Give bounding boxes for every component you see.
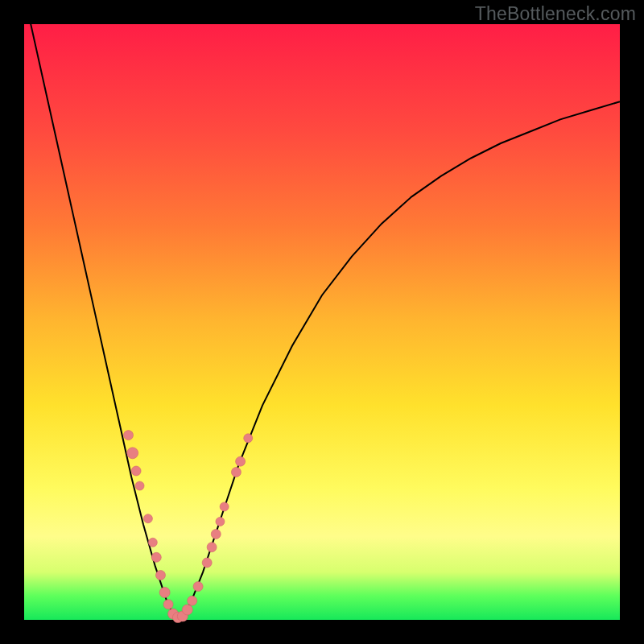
data-marker	[244, 434, 253, 443]
data-marker	[188, 596, 197, 605]
data-marker	[143, 514, 152, 523]
data-marker	[182, 605, 192, 615]
data-marker	[155, 571, 165, 580]
data-marker	[124, 431, 134, 440]
chart-plot-area	[24, 24, 620, 620]
data-marker	[135, 481, 144, 490]
chart-frame: TheBottleneck.com	[0, 0, 644, 644]
data-marker	[202, 558, 212, 568]
data-marker	[193, 582, 203, 592]
data-marker	[131, 466, 141, 476]
data-marker	[159, 587, 170, 597]
marker-layer	[124, 431, 253, 623]
bottleneck-curve-path	[24, 0, 620, 618]
data-marker	[148, 538, 157, 547]
data-marker	[127, 448, 138, 459]
data-marker	[151, 552, 161, 562]
data-marker	[207, 543, 217, 552]
data-marker	[231, 467, 241, 477]
data-marker	[211, 529, 221, 539]
chart-svg	[24, 24, 620, 620]
watermark-text: TheBottleneck.com	[475, 3, 636, 25]
data-marker	[216, 517, 225, 526]
data-marker	[220, 502, 229, 511]
data-marker	[163, 600, 173, 609]
data-marker	[236, 456, 246, 466]
